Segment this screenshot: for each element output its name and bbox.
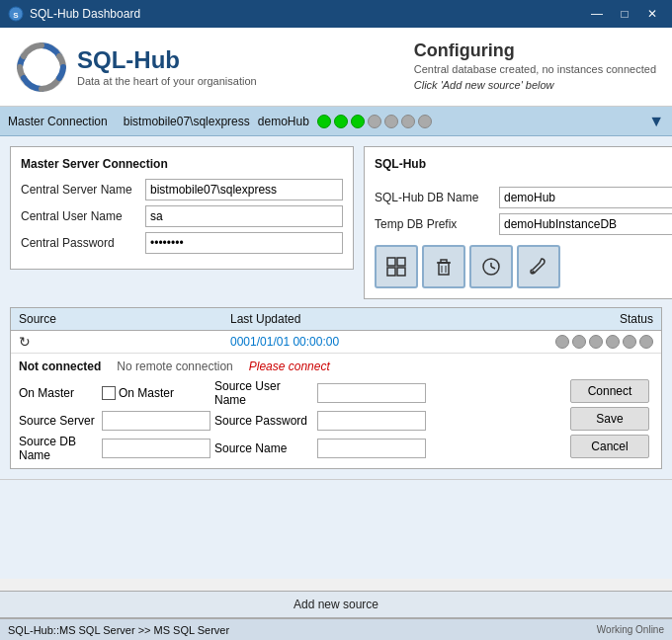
temp-db-prefix-input[interactable] <box>499 213 672 235</box>
source-name-label: Source Name <box>214 441 313 455</box>
central-user-name-input[interactable] <box>145 205 343 227</box>
source-db-name-label: Source DB Name <box>19 435 98 462</box>
status-dot-6 <box>639 335 653 349</box>
close-button[interactable]: ✕ <box>640 5 664 23</box>
source-table-row: ↻ 0001/01/01 00:00:00 <box>11 331 661 354</box>
not-connected-text: Not connected <box>19 360 101 373</box>
source-server-label: Source Server <box>19 414 98 428</box>
logo-area: SQL-Hub Data at the heart of your organi… <box>16 41 257 93</box>
db-name-label: SQL-Hub DB Name <box>375 191 493 204</box>
cancel-button[interactable]: Cancel <box>570 435 649 458</box>
source-password-label: Source Password <box>214 414 313 428</box>
delete-button[interactable] <box>422 245 465 288</box>
status-bar: SQL-Hub::MS SQL Server >> MS SQL Server … <box>0 618 672 640</box>
status-line1: Central database created, no instances c… <box>414 61 656 78</box>
please-connect-text: Please connect <box>249 360 330 373</box>
trash-icon <box>433 256 455 278</box>
source-detail: Not connected No remote connection Pleas… <box>11 354 661 468</box>
app-icon: S <box>8 6 24 22</box>
clock-button[interactable] <box>469 245 513 288</box>
server-label: bistmobile07\sqlexpress <box>124 115 250 128</box>
app-header: SQL-Hub Data at the heart of your organi… <box>0 28 672 107</box>
logo-title: SQL-Hub <box>77 46 257 75</box>
temp-db-prefix-row: Temp DB Prefix <box>375 213 672 235</box>
nav-dot-3 <box>351 115 365 128</box>
on-master-label2: On Master <box>119 386 174 400</box>
svg-rect-7 <box>439 263 449 275</box>
central-password-row: Central Password <box>21 232 343 254</box>
source-user-name-label: Source User Name <box>214 379 313 407</box>
master-connection-label: Master Connection <box>8 115 108 128</box>
status-dot-5 <box>623 335 636 349</box>
maximize-button[interactable]: □ <box>613 5 636 23</box>
wrench-icon <box>528 256 549 278</box>
logo-tagline: Data at the heart of your organisation <box>77 75 257 87</box>
source-fields-grid: On Master On Master Source User Name Sou… <box>19 379 562 462</box>
central-password-label: Central Password <box>21 236 139 250</box>
status-dot-3 <box>589 335 603 349</box>
nav-left: Master Connection bistmobile07\sqlexpres… <box>8 115 432 128</box>
status-dot-4 <box>606 335 620 349</box>
save-button[interactable]: Save <box>570 407 649 431</box>
connect-button[interactable]: Connect <box>570 379 649 403</box>
source-password-input[interactable] <box>317 411 426 431</box>
sqlhub-panel-title: SQL-Hub <box>375 157 426 171</box>
nav-bar: Master Connection bistmobile07\sqlexpres… <box>0 107 672 136</box>
source-user-name-input[interactable] <box>317 383 426 403</box>
status-line2: Click 'Add new source' below <box>414 77 656 94</box>
logo-text: SQL-Hub Data at the heart of your organi… <box>77 46 257 87</box>
temp-db-prefix-label: Temp DB Prefix <box>375 217 493 231</box>
status-title: Configuring <box>414 40 656 61</box>
source-name-input[interactable] <box>317 439 426 458</box>
nav-dot-5 <box>384 115 398 128</box>
central-server-name-row: Central Server Name <box>21 179 343 200</box>
db-name-row: SQL-Hub DB Name <box>375 187 672 208</box>
add-new-source-text: Add new source <box>294 598 378 611</box>
nav-dot-7 <box>418 115 432 128</box>
svg-rect-6 <box>397 268 405 276</box>
nav-dot-2 <box>334 115 348 128</box>
add-new-source-button[interactable]: Add new source <box>0 591 672 618</box>
source-table-header: Source Last Updated Status <box>11 308 661 331</box>
last-updated-col-header: Last Updated <box>230 312 442 326</box>
svg-rect-3 <box>387 258 395 266</box>
grid-button[interactable] <box>375 245 418 288</box>
central-server-name-label: Central Server Name <box>21 183 139 197</box>
minimize-button[interactable]: — <box>585 5 609 23</box>
not-connected-row: Not connected No remote connection Pleas… <box>19 360 653 373</box>
status-dot-1 <box>555 335 569 349</box>
sqlhub-panel: SQL-Hub ✓ SQL-Hub DB Name Temp DB Prefix <box>364 146 672 299</box>
svg-rect-5 <box>387 268 395 276</box>
source-action-col: Connect Save Cancel <box>570 379 653 462</box>
nav-status-dots <box>317 115 432 128</box>
empty-space <box>0 480 672 579</box>
source-fields-area: On Master On Master Source User Name Sou… <box>19 379 653 462</box>
svg-point-15 <box>532 271 535 274</box>
row-status-dots <box>442 335 653 349</box>
title-bar: S SQL-Hub Dashboard — □ ✕ <box>0 0 672 28</box>
no-remote-text: No remote connection <box>117 360 232 373</box>
on-master-checkbox[interactable] <box>102 386 116 400</box>
svg-line-14 <box>491 267 495 269</box>
hub-label: demoHub <box>258 115 309 128</box>
clock-icon <box>480 256 502 278</box>
central-password-input[interactable] <box>145 232 343 254</box>
nav-dot-1 <box>317 115 331 128</box>
central-server-name-input[interactable] <box>145 179 343 200</box>
db-name-input[interactable] <box>499 187 672 208</box>
status-bar-right: Working Online <box>597 624 664 635</box>
on-master-label: On Master <box>19 386 98 400</box>
title-bar-text: SQL-Hub Dashboard <box>30 7 140 21</box>
source-db-name-input[interactable] <box>102 439 210 458</box>
source-section: Source Last Updated Status ↻ 0001/01/01 … <box>10 307 662 469</box>
timestamp-value: 0001/01/01 00:00:00 <box>230 335 442 349</box>
settings-button[interactable] <box>517 245 560 288</box>
grid-icon <box>385 256 407 278</box>
status-col-header: Status <box>442 312 653 326</box>
source-server-input[interactable] <box>102 411 210 431</box>
nav-arrow-icon[interactable]: ▼ <box>648 113 664 130</box>
refresh-icon[interactable]: ↻ <box>19 334 230 350</box>
logo-icon <box>16 41 67 93</box>
svg-text:S: S <box>13 11 19 20</box>
status-bar-left: SQL-Hub::MS SQL Server >> MS SQL Server <box>8 624 229 636</box>
